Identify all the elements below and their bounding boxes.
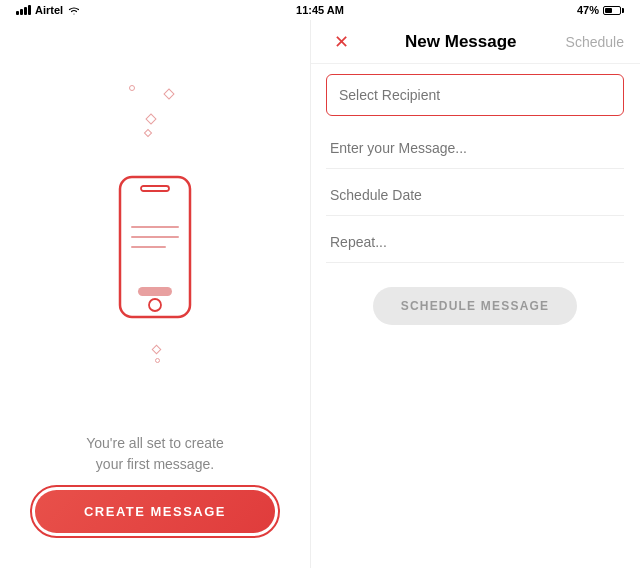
svg-rect-5: [138, 287, 172, 296]
schedule-date-field-wrapper[interactable]: [326, 175, 624, 216]
decoration-dot-2: [155, 358, 160, 363]
repeat-field-wrapper[interactable]: [326, 222, 624, 263]
recipient-input[interactable]: [339, 87, 611, 103]
status-time: 11:45 AM: [296, 4, 344, 16]
left-panel: You're all set to create your first mess…: [0, 20, 310, 568]
battery-label: 47%: [577, 4, 599, 16]
schedule-button-wrapper: SCHEDULE MESSAGE: [326, 287, 624, 325]
decoration-dot-1: [129, 85, 135, 91]
message-input[interactable]: [330, 140, 620, 156]
status-right: 47%: [577, 4, 624, 16]
phone-icon: [110, 172, 200, 322]
svg-point-6: [149, 299, 161, 311]
right-panel: ✕ New Message Schedule SCH: [310, 20, 640, 568]
empty-state-text: You're all set to create your first mess…: [86, 433, 224, 475]
wifi-icon: [67, 5, 81, 16]
phone-illustration: [110, 60, 200, 433]
schedule-date-input[interactable]: [330, 187, 620, 203]
nav-title: New Message: [405, 32, 517, 52]
repeat-input[interactable]: [330, 234, 620, 250]
battery-icon: [603, 6, 624, 15]
nav-bar: ✕ New Message Schedule: [310, 20, 640, 64]
schedule-nav-link[interactable]: Schedule: [566, 34, 624, 50]
status-bar: Airtel 11:45 AM 47%: [0, 0, 640, 20]
main-content: You're all set to create your first mess…: [0, 20, 640, 568]
form-area: SCHEDULE MESSAGE: [310, 64, 640, 568]
panel-divider: [310, 20, 311, 568]
signal-icon: [16, 5, 31, 15]
decoration-diamond-2: [144, 129, 152, 137]
phone-svg: [110, 172, 200, 322]
carrier-label: Airtel: [35, 4, 63, 16]
message-field-wrapper[interactable]: [326, 128, 624, 169]
decoration-diamond-4: [152, 345, 162, 355]
create-message-button[interactable]: CREATE MESSAGE: [35, 490, 275, 533]
schedule-message-button[interactable]: SCHEDULE MESSAGE: [373, 287, 578, 325]
decoration-diamond-1: [163, 88, 174, 99]
decoration-diamond-3: [145, 113, 156, 124]
close-button[interactable]: ✕: [326, 31, 356, 53]
svg-rect-1: [141, 186, 169, 191]
recipient-field-wrapper[interactable]: [326, 74, 624, 116]
create-button-border: CREATE MESSAGE: [30, 485, 280, 538]
status-left: Airtel: [16, 4, 81, 16]
create-button-wrapper: CREATE MESSAGE: [20, 485, 290, 538]
